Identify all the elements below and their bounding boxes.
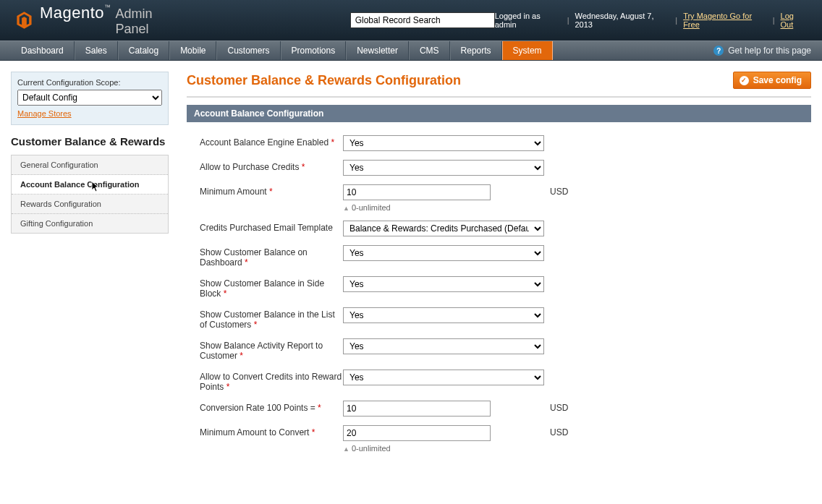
scope-label: Current Configuration Scope:: [17, 78, 162, 87]
select-show-activity[interactable]: Yes: [343, 338, 544, 354]
logout-link[interactable]: Log Out: [781, 12, 808, 29]
global-search: [350, 12, 495, 28]
row-allow-convert: Allow to Convert Credits into Reward Poi…: [194, 365, 804, 396]
label-allow-convert: Allow to Convert Credits into Reward Poi…: [194, 370, 343, 392]
check-icon: ✓: [740, 76, 749, 85]
row-allow-purchase: Allow to Purchase Credits * Yes: [194, 155, 804, 180]
content: Customer Balance & Rewards Configuration…: [187, 72, 811, 466]
menu-promotions[interactable]: Promotions: [281, 41, 347, 60]
form-body: Account Balance Engine Enabled * Yes All…: [187, 122, 811, 466]
section-head-account-balance[interactable]: Account Balance Configuration: [187, 105, 811, 122]
label-min-amount: Minimum Amount *: [194, 184, 343, 197]
label-email-template: Credits Purchased Email Template: [194, 221, 343, 233]
header-bar: Magento™ Admin Panel Logged in as admin …: [0, 0, 822, 40]
manage-stores-link[interactable]: Manage Stores: [17, 109, 72, 118]
help-link[interactable]: ? Get help for this page: [713, 41, 811, 60]
label-engine-enabled: Account Balance Engine Enabled *: [194, 135, 343, 148]
menu-cms[interactable]: CMS: [409, 41, 450, 60]
config-scope-box: Current Configuration Scope: Default Con…: [11, 72, 169, 125]
select-show-dashboard[interactable]: Yes: [343, 245, 544, 261]
select-show-side-block[interactable]: Yes: [343, 276, 544, 292]
row-show-dashboard: Show Customer Balance on Dashboard * Yes: [194, 241, 804, 272]
sidebar-section-title: Customer Balance & Rewards: [11, 125, 169, 155]
sidebar-item-account-balance[interactable]: Account Balance Configuration: [12, 175, 168, 195]
label-show-side-block: Show Customer Balance in Side Block *: [194, 276, 343, 299]
menu-reports[interactable]: Reports: [450, 41, 502, 60]
unit-min-amount: USD: [544, 184, 568, 197]
content-header: Customer Balance & Rewards Configuration…: [187, 72, 811, 98]
label-show-dashboard: Show Customer Balance on Dashboard *: [194, 245, 343, 268]
menu-customers[interactable]: Customers: [216, 41, 280, 60]
menu-system[interactable]: System: [502, 41, 553, 60]
help-icon: ?: [713, 46, 724, 56]
magento-logo-icon: [14, 10, 34, 30]
hint-min-amount: ▲0-unlimited: [343, 200, 544, 212]
logged-in-text: Logged in as admin: [495, 12, 562, 29]
input-min-convert[interactable]: [343, 425, 491, 441]
input-conversion-rate[interactable]: [343, 401, 491, 417]
row-conversion-rate: Conversion Rate 100 Points = * USD: [194, 396, 804, 421]
main-layout: Current Configuration Scope: Default Con…: [0, 61, 822, 466]
input-min-amount[interactable]: [343, 184, 491, 200]
menu-dashboard[interactable]: Dashboard: [11, 41, 75, 60]
unit-conversion-rate: USD: [544, 401, 568, 413]
sidebar-item-general[interactable]: General Configuration: [12, 155, 168, 175]
sidebar-nav: General Configuration Account Balance Co…: [11, 155, 169, 234]
hint-min-convert: ▲0-unlimited: [343, 441, 544, 453]
try-magento-link[interactable]: Try Magento Go for Free: [683, 12, 767, 29]
save-config-button[interactable]: ✓ Save config: [733, 72, 811, 89]
select-engine-enabled[interactable]: Yes: [343, 135, 544, 151]
row-show-side-block: Show Customer Balance in Side Block * Ye…: [194, 272, 804, 303]
label-allow-purchase: Allow to Purchase Credits *: [194, 160, 343, 172]
select-email-template[interactable]: Balance & Rewards: Credits Purchased (De…: [343, 221, 544, 236]
label-show-list: Show Customer Balance in the List of Cus…: [194, 307, 343, 330]
sidebar-item-gifting[interactable]: Gifting Configuration: [12, 214, 168, 233]
select-allow-convert[interactable]: Yes: [343, 370, 544, 385]
header-date: Wednesday, August 7, 2013: [575, 12, 669, 29]
label-min-convert: Minimum Amount to Convert *: [194, 425, 343, 437]
menu-catalog[interactable]: Catalog: [118, 41, 169, 60]
page-title: Customer Balance & Rewards Configuration: [187, 73, 461, 88]
menu-mobile[interactable]: Mobile: [169, 41, 216, 60]
sidebar-item-rewards[interactable]: Rewards Configuration: [12, 195, 168, 214]
sidebar: Current Configuration Scope: Default Con…: [11, 72, 169, 466]
search-input[interactable]: [350, 12, 495, 28]
logo-text: Magento™ Admin Panel: [40, 4, 184, 37]
scope-select[interactable]: Default Config: [17, 90, 162, 106]
select-allow-purchase[interactable]: Yes: [343, 160, 544, 176]
menu-newsletter[interactable]: Newsletter: [346, 41, 409, 60]
label-show-activity: Show Balance Activity Report to Customer…: [194, 338, 343, 361]
select-show-list[interactable]: Yes: [343, 307, 544, 323]
row-show-list: Show Customer Balance in the List of Cus…: [194, 303, 804, 334]
top-menu: Dashboard Sales Catalog Mobile Customers…: [0, 40, 822, 61]
label-conversion-rate: Conversion Rate 100 Points = *: [194, 401, 343, 413]
row-show-activity: Show Balance Activity Report to Customer…: [194, 334, 804, 365]
row-min-convert: Minimum Amount to Convert * ▲0-unlimited…: [194, 421, 804, 457]
logo[interactable]: Magento™ Admin Panel: [14, 4, 184, 37]
header-right: Logged in as admin | Wednesday, August 7…: [495, 12, 808, 29]
row-email-template: Credits Purchased Email Template Balance…: [194, 216, 804, 241]
row-min-amount: Minimum Amount * ▲0-unlimited USD: [194, 180, 804, 216]
unit-min-convert: USD: [544, 425, 568, 437]
menu-sales[interactable]: Sales: [75, 41, 118, 60]
row-engine-enabled: Account Balance Engine Enabled * Yes: [194, 131, 804, 155]
